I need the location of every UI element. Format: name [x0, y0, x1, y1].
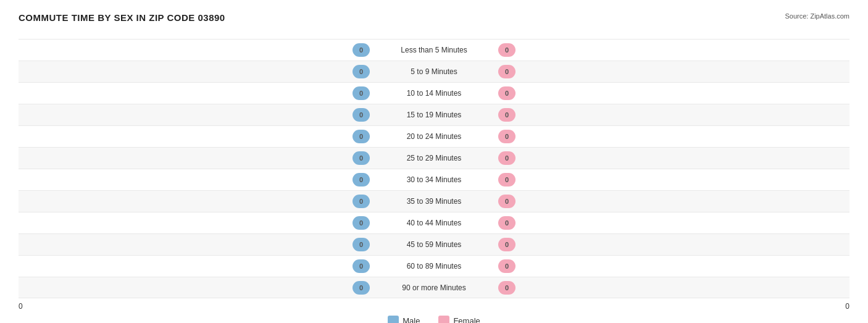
- left-bar-area: 0: [19, 216, 372, 230]
- left-bar-area: 0: [19, 173, 372, 187]
- bar-label: 10 to 14 Minutes: [372, 89, 496, 98]
- left-bar-area: 0: [19, 151, 372, 165]
- bar-label: 20 to 24 Minutes: [372, 132, 496, 141]
- male-bar: 0: [353, 108, 370, 122]
- bar-label: Less than 5 Minutes: [372, 46, 496, 54]
- female-bar: 0: [498, 216, 515, 230]
- axis-row: 0 0: [19, 302, 849, 311]
- female-bar: 0: [498, 173, 515, 187]
- table-row: 010 to 14 Minutes0: [19, 82, 849, 104]
- left-bar-area: 0: [19, 238, 372, 251]
- right-bar-area: 0: [496, 130, 849, 143]
- right-bar-area: 0: [496, 281, 849, 295]
- right-bar-area: 0: [496, 195, 849, 208]
- table-row: 025 to 29 Minutes0: [19, 147, 849, 169]
- left-bar-area: 0: [19, 195, 372, 208]
- table-row: 0Less than 5 Minutes0: [19, 39, 849, 61]
- bar-label: 45 to 59 Minutes: [372, 240, 496, 249]
- table-row: 045 to 59 Minutes0: [19, 233, 849, 255]
- female-bar: 0: [498, 130, 515, 143]
- male-bar: 0: [353, 281, 370, 295]
- left-bar-area: 0: [19, 43, 372, 57]
- female-bar: 0: [498, 281, 515, 295]
- bar-label: 90 or more Minutes: [372, 283, 496, 292]
- female-bar: 0: [498, 195, 515, 208]
- legend-female-box: [438, 316, 449, 323]
- male-bar: 0: [353, 130, 370, 143]
- left-bar-area: 0: [19, 108, 372, 122]
- female-bar: 0: [498, 65, 515, 78]
- male-bar: 0: [353, 173, 370, 187]
- table-row: 035 to 39 Minutes0: [19, 190, 849, 212]
- female-bar: 0: [498, 43, 515, 57]
- male-bar: 0: [353, 151, 370, 165]
- right-bar-area: 0: [496, 108, 849, 122]
- axis-left-label: 0: [19, 302, 23, 311]
- right-bar-area: 0: [496, 216, 849, 230]
- female-bar: 0: [498, 259, 515, 273]
- bar-label: 40 to 44 Minutes: [372, 219, 496, 227]
- chart-container: 0Less than 5 Minutes005 to 9 Minutes0010…: [19, 39, 849, 298]
- table-row: 015 to 19 Minutes0: [19, 104, 849, 125]
- right-bar-area: 0: [496, 43, 849, 57]
- right-bar-area: 0: [496, 65, 849, 78]
- left-bar-area: 0: [19, 281, 372, 295]
- left-bar-area: 0: [19, 130, 372, 143]
- bar-label: 60 to 89 Minutes: [372, 262, 496, 271]
- female-bar: 0: [498, 108, 515, 122]
- male-bar: 0: [353, 216, 370, 230]
- male-bar: 0: [353, 65, 370, 78]
- legend-female-label: Female: [453, 316, 480, 324]
- table-row: 030 to 34 Minutes0: [19, 169, 849, 190]
- male-bar: 0: [353, 43, 370, 57]
- bar-label: 35 to 39 Minutes: [372, 197, 496, 206]
- female-bar: 0: [498, 86, 515, 100]
- right-bar-area: 0: [496, 151, 849, 165]
- table-row: 020 to 24 Minutes0: [19, 125, 849, 147]
- bar-label: 15 to 19 Minutes: [372, 111, 496, 119]
- bar-label: 25 to 29 Minutes: [372, 154, 496, 162]
- male-bar: 0: [353, 195, 370, 208]
- right-bar-area: 0: [496, 173, 849, 187]
- male-bar: 0: [353, 86, 370, 100]
- female-bar: 0: [498, 238, 515, 251]
- axis-right-label: 0: [845, 302, 849, 311]
- table-row: 040 to 44 Minutes0: [19, 212, 849, 233]
- source-label: Source: ZipAtlas.com: [785, 12, 849, 20]
- right-bar-area: 0: [496, 259, 849, 273]
- female-bar: 0: [498, 151, 515, 165]
- legend-male-box: [388, 316, 399, 323]
- bar-label: 5 to 9 Minutes: [372, 67, 496, 76]
- left-bar-area: 0: [19, 65, 372, 78]
- right-bar-area: 0: [496, 86, 849, 100]
- left-bar-area: 0: [19, 86, 372, 100]
- table-row: 060 to 89 Minutes0: [19, 255, 849, 277]
- table-row: 090 or more Minutes0: [19, 277, 849, 298]
- male-bar: 0: [353, 259, 370, 273]
- legend-male-label: Male: [403, 316, 420, 324]
- male-bar: 0: [353, 238, 370, 251]
- chart-title: COMMUTE TIME BY SEX IN ZIP CODE 03890: [19, 12, 225, 23]
- legend-male: Male: [388, 316, 420, 323]
- bar-label: 30 to 34 Minutes: [372, 175, 496, 184]
- table-row: 05 to 9 Minutes0: [19, 61, 849, 82]
- left-bar-area: 0: [19, 259, 372, 273]
- right-bar-area: 0: [496, 238, 849, 251]
- legend-female: Female: [438, 316, 480, 323]
- legend: Male Female: [19, 316, 849, 323]
